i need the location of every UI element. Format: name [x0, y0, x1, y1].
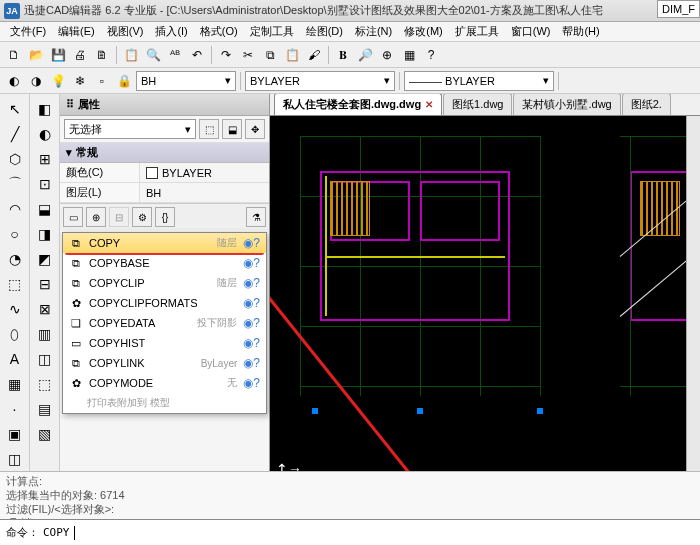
help-icon[interactable]: ◉? [243, 256, 260, 270]
drawtool-10[interactable]: A [4, 348, 26, 370]
modtool-5[interactable]: ◨ [34, 223, 56, 245]
modtool-11[interactable]: ⬚ [34, 373, 56, 395]
modtool-8[interactable]: ⊠ [34, 298, 56, 320]
copy-icon[interactable]: ⧉ [260, 45, 280, 65]
file-open-icon[interactable]: 📂 [26, 45, 46, 65]
toggle-b-icon[interactable]: ◑ [26, 71, 46, 91]
drawtool-12[interactable]: · [4, 398, 26, 420]
prop-row-layer[interactable]: 图层(L) BH [60, 183, 269, 203]
ac-item-copylink[interactable]: ⧉COPYLINKByLayer◉? [63, 353, 266, 373]
menu-格式[interactable]: 格式(O) [194, 22, 244, 41]
brush-icon[interactable]: 🖌 [304, 45, 324, 65]
select-objects-button[interactable]: ✥ [245, 119, 265, 139]
drawing-viewport[interactable]: ↥→ [270, 116, 686, 483]
help-icon[interactable]: ◉? [243, 296, 260, 310]
lock-icon[interactable]: 🔒 [114, 71, 134, 91]
grip-handle[interactable] [537, 408, 543, 414]
grip-handle[interactable] [417, 408, 423, 414]
help-icon[interactable]: ◉? [243, 336, 260, 350]
modtool-4[interactable]: ⬓ [34, 198, 56, 220]
dimstyle-label[interactable]: DIM_F [657, 0, 700, 18]
bulb-icon[interactable]: 💡 [48, 71, 68, 91]
help-icon[interactable]: ◉? [243, 276, 260, 290]
ac-item-copymode[interactable]: ✿COPYMODE无◉? [63, 373, 266, 393]
doc-tab[interactable]: 某村镇小别墅.dwg [513, 94, 620, 115]
ac-btn-braces[interactable]: {} [155, 207, 175, 227]
drawtool-6[interactable]: ◔ [4, 248, 26, 270]
scrollbar-vertical[interactable] [686, 116, 700, 483]
modtool-0[interactable]: ◧ [34, 98, 56, 120]
drawtool-13[interactable]: ▣ [4, 423, 26, 445]
menu-窗口[interactable]: 窗口(W) [505, 22, 557, 41]
help-icon[interactable]: ◉? [243, 356, 260, 370]
ac-item-copyclip[interactable]: ⧉COPYCLIP随层◉? [63, 273, 266, 293]
drawtool-7[interactable]: ⬚ [4, 273, 26, 295]
search-icon[interactable]: 🔎 [355, 45, 375, 65]
ac-item-copybase[interactable]: ⧉COPYBASE◉? [63, 253, 266, 273]
close-icon[interactable]: ✕ [425, 99, 433, 110]
modtool-7[interactable]: ⊟ [34, 273, 56, 295]
selection-combo[interactable]: 无选择▾ [64, 119, 196, 139]
spellcheck-icon[interactable]: ᴬᴮ [165, 45, 185, 65]
menu-视图[interactable]: 视图(V) [101, 22, 150, 41]
menu-扩展工具[interactable]: 扩展工具 [449, 22, 505, 41]
modtool-9[interactable]: ▥ [34, 323, 56, 345]
scissors-icon[interactable]: ✂ [238, 45, 258, 65]
drawtool-14[interactable]: ◫ [4, 448, 26, 470]
plus-icon[interactable]: ⊕ [377, 45, 397, 65]
ac-item-copyhist[interactable]: ▭COPYHIST◉? [63, 333, 266, 353]
bold-icon[interactable]: 𝐁 [333, 45, 353, 65]
grip-handle[interactable] [312, 408, 318, 414]
drawing-canvas[interactable]: 私人住宅楼全套图.dwg.dwg✕图纸1.dwg某村镇小别墅.dwg图纸2. [270, 94, 700, 519]
ac-btn-flask[interactable]: ⚗ [246, 207, 266, 227]
ac-item-copy[interactable]: ⧉COPY随层◉? [63, 233, 266, 253]
pickadd-button[interactable]: ⬓ [222, 119, 242, 139]
prop-row-color[interactable]: 颜色(C) BYLAYER [60, 163, 269, 183]
drawtool-4[interactable]: ◠ [4, 198, 26, 220]
print-icon[interactable]: 🖨 [70, 45, 90, 65]
help-icon[interactable]: ◉? [243, 236, 260, 250]
modtool-1[interactable]: ◐ [34, 123, 56, 145]
cut-icon[interactable]: 📋 [121, 45, 141, 65]
menu-修改[interactable]: 修改(M) [398, 22, 449, 41]
drawtool-8[interactable]: ∿ [4, 298, 26, 320]
menu-文件[interactable]: 文件(F) [4, 22, 52, 41]
drawtool-5[interactable]: ○ [4, 223, 26, 245]
modtool-13[interactable]: ▧ [34, 423, 56, 445]
paste-icon[interactable]: 📋 [282, 45, 302, 65]
ac-item-copyclipformats[interactable]: ✿COPYCLIPFORMATS◉? [63, 293, 266, 313]
command-line[interactable]: 命令： COPY [0, 519, 700, 545]
drawtool-3[interactable]: ⌒ [4, 173, 26, 195]
prop-val-layer[interactable]: BH [140, 183, 269, 202]
linetype-combo[interactable]: BYLAYER▾ [245, 71, 395, 91]
help-icon[interactable]: ◉? [243, 376, 260, 390]
menu-标注[interactable]: 标注(N) [349, 22, 398, 41]
menu-帮助[interactable]: 帮助(H) [556, 22, 605, 41]
undo-icon[interactable]: ↶ [187, 45, 207, 65]
file-save-icon[interactable]: 💾 [48, 45, 68, 65]
print-preview-icon[interactable]: 🗎 [92, 45, 112, 65]
file-new-icon[interactable]: 🗋 [4, 45, 24, 65]
doc-tab[interactable]: 图纸2. [622, 94, 671, 115]
modtool-6[interactable]: ◩ [34, 248, 56, 270]
ac-btn-2[interactable]: ⊕ [86, 207, 106, 227]
menu-绘图[interactable]: 绘图(D) [300, 22, 349, 41]
toggle-a-icon[interactable]: ◐ [4, 71, 24, 91]
redo-icon[interactable]: ↷ [216, 45, 236, 65]
doc-tab[interactable]: 私人住宅楼全套图.dwg.dwg✕ [274, 94, 442, 115]
drawtool-1[interactable]: ╱ [4, 123, 26, 145]
modtool-12[interactable]: ▤ [34, 398, 56, 420]
modtool-2[interactable]: ⊞ [34, 148, 56, 170]
color-picker-icon[interactable]: ▫ [92, 71, 112, 91]
drawtool-9[interactable]: ⬯ [4, 323, 26, 345]
ac-btn-gear[interactable]: ⚙ [132, 207, 152, 227]
drawtool-0[interactable]: ↖ [4, 98, 26, 120]
ac-btn-1[interactable]: ▭ [63, 207, 83, 227]
snow-icon[interactable]: ❄ [70, 71, 90, 91]
menu-插入[interactable]: 插入(I) [149, 22, 193, 41]
modtool-3[interactable]: ⊡ [34, 173, 56, 195]
lineweight-combo[interactable]: ——— BYLAYER▾ [404, 71, 554, 91]
find-icon[interactable]: 🔍 [143, 45, 163, 65]
help-icon[interactable]: ? [421, 45, 441, 65]
properties-section-general[interactable]: ▾ 常规 [60, 143, 269, 163]
